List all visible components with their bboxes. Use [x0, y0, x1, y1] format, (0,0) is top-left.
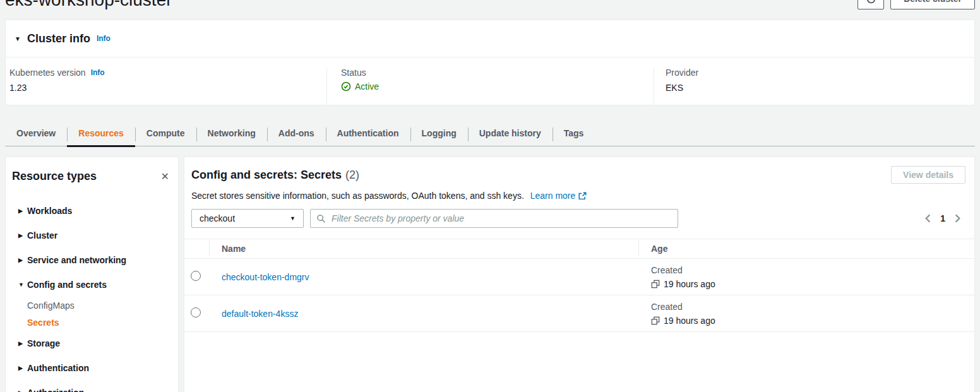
field-label: Status	[341, 68, 366, 78]
search-box	[310, 209, 678, 228]
field-provider: Provider EKS	[654, 68, 974, 105]
age-cell: Created 19 hours ago	[638, 265, 974, 289]
resource-types-header: Resource types ✕	[6, 157, 178, 183]
info-link[interactable]: Info	[97, 34, 111, 43]
status-text: Active	[355, 81, 379, 92]
tab-logging[interactable]: Logging	[410, 122, 468, 146]
filter-dropdown[interactable]: checkout ▼	[191, 209, 304, 228]
cluster-info-body: Kubernetes version Info 1.23 Status Acti…	[6, 57, 974, 105]
secrets-title-text: Config and secrets: Secrets	[191, 169, 342, 181]
table-row: default-token-4kssz Created 19 hours ago	[184, 295, 974, 332]
copy-icon[interactable]	[651, 280, 660, 288]
chevron-right-icon: ▶	[18, 389, 27, 392]
sidebar-item-configmaps[interactable]: ConfigMaps	[6, 297, 178, 314]
name-cell: default-token-4kssz	[209, 309, 638, 319]
sidebar-item-label: Storage	[27, 338, 60, 348]
chevron-left-icon	[925, 214, 931, 223]
tab-tags[interactable]: Tags	[553, 122, 595, 146]
refresh-button[interactable]	[858, 0, 884, 9]
status-active-icon	[341, 81, 351, 92]
selection-cell	[184, 307, 209, 319]
secrets-header: Config and secrets: Secrets(2) View deta…	[184, 157, 974, 184]
tab-resources[interactable]: Resources	[67, 122, 135, 146]
sidebar-item-label: Cluster	[27, 230, 57, 241]
pagination: 1	[925, 213, 960, 223]
cluster-info-header[interactable]: ▼ Cluster info Info	[6, 20, 974, 57]
sidebar-item-service-and-networking[interactable]: ▶ Service and networking	[6, 247, 178, 272]
age-created-label: Created	[651, 302, 974, 312]
filter-row: checkout ▼ 1	[184, 209, 974, 228]
table-header-row: Name Age	[184, 239, 974, 259]
secrets-title: Config and secrets: Secrets(2)	[191, 169, 359, 182]
chevron-right-icon: ▶	[18, 365, 27, 371]
info-link[interactable]: Info	[91, 68, 105, 77]
resource-types-title: Resource types	[12, 170, 97, 183]
view-details-button[interactable]: View details	[891, 166, 965, 184]
sidebar-item-label: Service and networking	[27, 255, 126, 265]
age-cell: Created 19 hours ago	[638, 302, 974, 326]
description-text: Secret stores sensitive information, suc…	[191, 191, 524, 201]
chevron-right-icon: ▶	[18, 257, 27, 263]
cluster-info-title: Cluster info	[27, 32, 90, 45]
sidebar-item-workloads[interactable]: ▶ Workloads	[6, 198, 178, 223]
secret-link[interactable]: default-token-4kssz	[222, 309, 298, 319]
eks-cluster-page: eks-workshop-cluster Delete cluster ▼ Cl…	[0, 0, 980, 392]
secrets-table: Name Age checkout-token-dmgrv Created	[184, 239, 974, 332]
chevron-right-icon: ▶	[18, 208, 27, 214]
sidebar-item-storage[interactable]: ▶ Storage	[6, 331, 178, 355]
sidebar-item-authorization[interactable]: ▶ Authorization	[6, 380, 178, 392]
copy-icon[interactable]	[651, 316, 660, 325]
sidebar-item-secrets[interactable]: Secrets	[6, 314, 178, 331]
column-header-age[interactable]: Age	[638, 244, 974, 254]
resource-types-panel: Resource types ✕ ▶ Workloads ▶ Cluster ▶…	[5, 157, 179, 392]
previous-page-button[interactable]	[925, 214, 931, 223]
chevron-right-icon: ▶	[18, 232, 27, 239]
radio-button[interactable]	[191, 271, 201, 281]
secrets-description: Secret stores sensitive information, suc…	[184, 191, 974, 201]
sidebar-item-label: Authorization	[27, 388, 84, 392]
chevron-right-icon	[955, 214, 960, 223]
sidebar-item-cluster[interactable]: ▶ Cluster	[6, 223, 178, 247]
tab-add-ons[interactable]: Add-ons	[267, 122, 326, 146]
sidebar-item-label: Authentication	[27, 363, 89, 373]
current-page[interactable]: 1	[940, 213, 945, 223]
age-time: 19 hours ago	[664, 279, 715, 289]
secret-link[interactable]: checkout-token-dmgrv	[222, 272, 309, 282]
external-link-icon	[578, 192, 587, 200]
field-kubernetes-version: Kubernetes version Info 1.23	[6, 68, 326, 105]
close-icon[interactable]: ✕	[161, 172, 169, 182]
next-page-button[interactable]	[955, 214, 960, 223]
table-row: checkout-token-dmgrv Created 19 hours ag…	[184, 259, 974, 295]
tab-authentication[interactable]: Authentication	[326, 122, 410, 146]
tab-networking[interactable]: Networking	[196, 122, 267, 146]
delete-cluster-button[interactable]: Delete cluster	[890, 0, 975, 9]
search-icon	[316, 214, 326, 223]
page-title: eks-workshop-cluster	[5, 0, 172, 10]
secrets-panel: Config and secrets: Secrets(2) View deta…	[184, 157, 975, 392]
tab-update-history[interactable]: Update history	[468, 122, 553, 146]
dropdown-value: checkout	[200, 213, 235, 223]
tab-compute[interactable]: Compute	[135, 122, 196, 146]
search-input[interactable]	[330, 213, 672, 224]
age-created-label: Created	[651, 265, 974, 275]
chevron-down-icon: ▼	[290, 215, 296, 222]
sidebar-item-label: Workloads	[27, 206, 72, 216]
status-badge: Active	[341, 81, 654, 92]
cluster-info-section: ▼ Cluster info Info Kubernetes version I…	[5, 20, 975, 105]
learn-more-link[interactable]: Learn more	[530, 191, 587, 201]
column-header-name[interactable]: Name	[209, 244, 638, 254]
age-time: 19 hours ago	[664, 316, 715, 326]
sidebar-item-config-and-secrets[interactable]: ▼ Config and secrets	[6, 272, 178, 297]
radio-button[interactable]	[191, 307, 201, 318]
sidebar-item-authentication[interactable]: ▶ Authentication	[6, 355, 178, 380]
secrets-count: (2)	[345, 169, 359, 181]
learn-more-text: Learn more	[530, 191, 576, 201]
chevron-right-icon: ▶	[18, 340, 27, 347]
content-area: Resource types ✕ ▶ Workloads ▶ Cluster ▶…	[5, 157, 975, 392]
resource-types-list: ▶ Workloads ▶ Cluster ▶ Service and netw…	[6, 198, 178, 392]
sidebar-item-label: Config and secrets	[27, 280, 107, 290]
tab-overview[interactable]: Overview	[5, 122, 67, 146]
config-and-secrets-children: ConfigMaps Secrets	[6, 297, 178, 331]
name-cell: checkout-token-dmgrv	[209, 272, 638, 282]
field-label: Kubernetes version	[9, 68, 86, 78]
